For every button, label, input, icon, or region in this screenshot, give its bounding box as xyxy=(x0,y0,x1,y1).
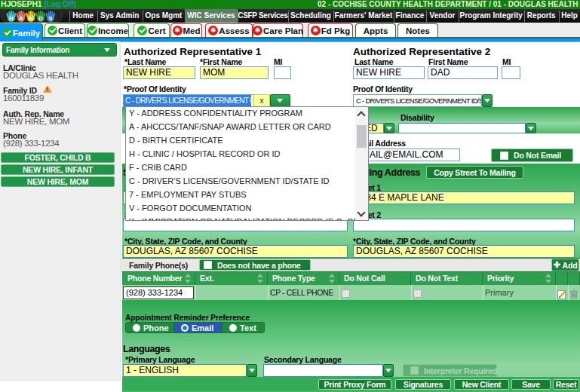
svg-text:D: D xyxy=(38,15,43,22)
svg-text:H: H xyxy=(9,15,14,22)
svg-text:A: A xyxy=(19,15,23,22)
svg-text:N: N xyxy=(29,15,33,22)
svg-text:S: S xyxy=(48,15,53,22)
